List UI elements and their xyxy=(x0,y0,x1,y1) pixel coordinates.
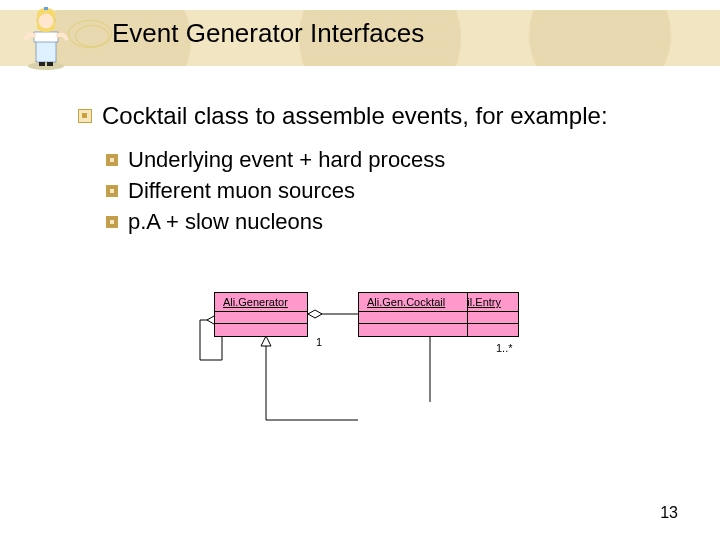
alice-logo xyxy=(6,2,78,74)
svg-rect-5 xyxy=(44,7,48,10)
page-number: 13 xyxy=(660,504,678,522)
uml-multiplicity-many: 1..* xyxy=(496,342,513,354)
svg-point-0 xyxy=(28,62,64,70)
content-area: Cocktail class to assemble events, for e… xyxy=(78,100,690,238)
sub-bullet-text: p.A + slow nucleons xyxy=(128,207,323,238)
sub-bullet-marker-icon xyxy=(106,216,118,228)
bullet-marker-icon xyxy=(78,109,92,123)
sub-bullet-marker-icon xyxy=(106,154,118,166)
svg-rect-1 xyxy=(36,40,56,62)
uml-class-name: Ali.Gen.Cocktail xyxy=(359,293,467,312)
uml-multiplicity-1: 1 xyxy=(316,336,322,348)
svg-marker-9 xyxy=(308,310,322,318)
uml-class-name: Ali.Generator xyxy=(215,293,307,312)
slide-title: Event Generator Interfaces xyxy=(92,18,424,49)
svg-rect-7 xyxy=(47,62,53,66)
title-area: Event Generator Interfaces xyxy=(92,18,424,49)
svg-rect-6 xyxy=(39,62,45,66)
uml-class-generator: Ali.Generator xyxy=(214,292,308,337)
sub-bullet-marker-icon xyxy=(106,185,118,197)
uml-class-cocktail: Ali.Gen.Cocktail xyxy=(358,292,468,337)
sub-bullet-text: Underlying event + hard process xyxy=(128,145,445,176)
svg-marker-12 xyxy=(261,336,271,346)
list-item: Different muon sources xyxy=(106,176,690,207)
title-decoration-icon xyxy=(68,20,112,48)
svg-point-4 xyxy=(39,14,54,29)
svg-rect-2 xyxy=(34,32,58,42)
sub-bullet-text: Different muon sources xyxy=(128,176,355,207)
bullet-main-text: Cocktail class to assemble events, for e… xyxy=(102,100,608,131)
list-item: p.A + slow nucleons xyxy=(106,207,690,238)
uml-diagram: Ali.Generator Ali.Gen.Cocktail.Entry Ali… xyxy=(190,292,540,462)
list-item: Underlying event + hard process xyxy=(106,145,690,176)
sub-bullet-list: Underlying event + hard process Differen… xyxy=(106,145,690,237)
bullet-main: Cocktail class to assemble events, for e… xyxy=(78,100,690,131)
